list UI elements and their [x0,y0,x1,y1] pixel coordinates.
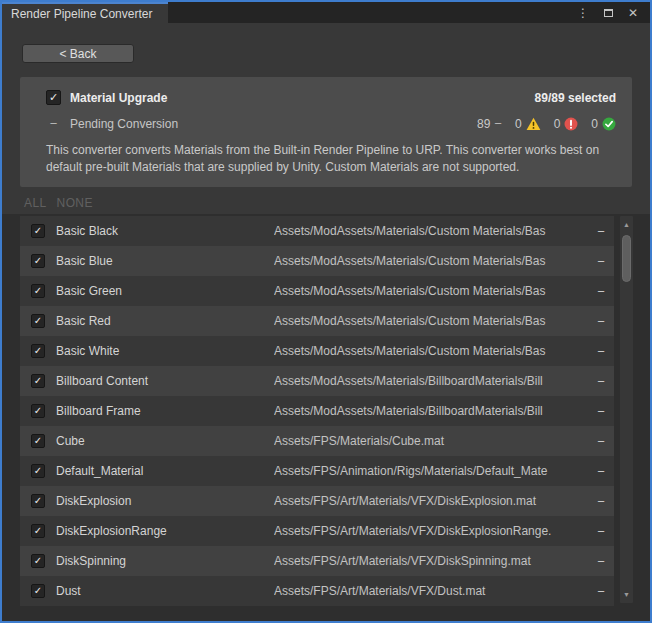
row-name: Default_Material [56,464,274,478]
row-name: Cube [56,434,274,448]
row-checkbox[interactable]: ✓ [31,284,45,298]
table-row[interactable]: ✓ Basic Black Assets/ModAssets/Materials… [20,216,614,246]
table-row[interactable]: ✓ Basic White Assets/ModAssets/Materials… [20,336,614,366]
error-icon [564,117,578,131]
row-status-icon: − [588,554,614,569]
row-checkbox[interactable]: ✓ [31,434,45,448]
row-name: DiskSpinning [56,554,274,568]
row-checkbox[interactable]: ✓ [31,554,45,568]
tab-render-pipeline-converter[interactable]: Render Pipeline Converter [2,2,168,23]
scrollbar-thumb[interactable] [622,235,631,282]
pending-status-icon: − [494,116,502,131]
converter-title: Material Upgrade [70,91,167,105]
row-status-icon: − [588,314,614,329]
table-row[interactable]: ✓ Dust Assets/FPS/Art/Materials/VFX/Dust… [20,576,614,606]
row-status-icon: − [588,224,614,239]
table-row[interactable]: ✓ DiskSpinning Assets/FPS/Art/Materials/… [20,546,614,576]
row-path: Assets/ModAssets/Materials/Custom Materi… [274,254,582,268]
row-name: DiskExplosionRange [56,524,274,538]
render-pipeline-converter-window: Render Pipeline Converter ⋮ ✕ < Back ✓ M… [0,0,652,623]
row-path: Assets/FPS/Art/Materials/VFX/DiskExplosi… [274,494,582,508]
success-count: 0 [591,117,598,131]
select-none-button[interactable]: NONE [57,196,93,210]
converter-checkbox[interactable]: ✓ [46,90,61,105]
row-status-icon: − [588,284,614,299]
pending-label: Pending Conversion [70,117,178,131]
row-path: Assets/ModAssets/Materials/Custom Materi… [274,224,582,238]
success-icon [602,117,616,131]
row-checkbox[interactable]: ✓ [31,494,45,508]
window-title: Render Pipeline Converter [11,7,152,21]
row-name: Dust [56,584,274,598]
row-checkbox[interactable]: ✓ [31,464,45,478]
close-icon[interactable]: ✕ [628,7,638,19]
error-count-group: 0 [554,117,579,131]
select-all-button[interactable]: ALL [24,196,47,210]
row-name: Billboard Frame [56,404,274,418]
row-path: Assets/FPS/Animation/Rigs/Materials/Defa… [274,464,582,478]
selected-count: 89/89 selected [535,91,616,105]
warning-icon [526,117,541,131]
row-status-icon: − [588,584,614,599]
row-name: Basic White [56,344,274,358]
row-path: Assets/ModAssets/Materials/Custom Materi… [274,314,582,328]
scroll-down-icon[interactable]: ▼ [620,588,633,601]
row-checkbox[interactable]: ✓ [31,314,45,328]
row-checkbox[interactable]: ✓ [31,344,45,358]
table-row[interactable]: ✓ Basic Blue Assets/ModAssets/Materials/… [20,246,614,276]
row-status-icon: − [588,254,614,269]
row-name: DiskExplosion [56,494,274,508]
table-row[interactable]: ✓ Default_Material Assets/FPS/Animation/… [20,456,614,486]
list-region: ✓ Basic Black Assets/ModAssets/Materials… [2,214,650,621]
row-name: Basic Green [56,284,274,298]
pending-count: 89 [477,117,490,131]
row-status-icon: − [588,524,614,539]
error-count: 0 [554,117,561,131]
pending-dash-icon: − [46,116,61,131]
conversion-list: ✓ Basic Black Assets/ModAssets/Materials… [20,214,614,606]
row-status-icon: − [588,494,614,509]
converter-card: ✓ Material Upgrade 89/89 selected − Pend… [20,77,632,187]
row-path: Assets/FPS/Art/Materials/VFX/Dust.mat [274,584,582,598]
row-checkbox[interactable]: ✓ [31,404,45,418]
row-status-icon: − [588,404,614,419]
scroll-up-icon[interactable]: ▲ [620,218,633,231]
table-row[interactable]: ✓ Billboard Frame Assets/ModAssets/Mater… [20,396,614,426]
row-checkbox[interactable]: ✓ [31,524,45,538]
pending-count-group: 89 − [477,116,502,131]
table-row[interactable]: ✓ Cube Assets/FPS/Materials/Cube.mat − [20,426,614,456]
row-checkbox[interactable]: ✓ [31,374,45,388]
row-checkbox[interactable]: ✓ [31,584,45,598]
row-name: Basic Black [56,224,274,238]
row-status-icon: − [588,464,614,479]
table-row[interactable]: ✓ Billboard Content Assets/ModAssets/Mat… [20,366,614,396]
table-row[interactable]: ✓ Basic Green Assets/ModAssets/Materials… [20,276,614,306]
row-status-icon: − [588,374,614,389]
row-name: Basic Red [56,314,274,328]
row-path: Assets/FPS/Art/Materials/VFX/DiskExplosi… [274,524,582,538]
row-path: Assets/FPS/Materials/Cube.mat [274,434,582,448]
success-count-group: 0 [591,117,616,131]
scrollbar[interactable]: ▲ ▼ [620,216,633,603]
pending-conversion-row[interactable]: − Pending Conversion 89 − 0 [46,116,616,131]
row-checkbox[interactable]: ✓ [31,254,45,268]
table-row[interactable]: ✓ DiskExplosionRange Assets/FPS/Art/Mate… [20,516,614,546]
row-status-icon: − [588,344,614,359]
row-path: Assets/FPS/Art/Materials/VFX/DiskSpinnin… [274,554,582,568]
row-status-icon: − [588,434,614,449]
row-path: Assets/ModAssets/Materials/BillboardMate… [274,374,582,388]
row-checkbox[interactable]: ✓ [31,224,45,238]
row-name: Basic Blue [56,254,274,268]
warning-count: 0 [515,117,522,131]
row-name: Billboard Content [56,374,274,388]
warning-count-group: 0 [515,117,541,131]
titlebar: Render Pipeline Converter ⋮ ✕ [2,2,650,23]
table-row[interactable]: ✓ DiskExplosion Assets/FPS/Art/Materials… [20,486,614,516]
row-path: Assets/ModAssets/Materials/Custom Materi… [274,284,582,298]
row-path: Assets/ModAssets/Materials/Custom Materi… [274,344,582,358]
window-menu-icon[interactable]: ⋮ [577,7,589,19]
maximize-icon[interactable] [604,9,613,17]
converter-description: This converter converts Materials from t… [46,142,616,175]
back-button[interactable]: < Back [22,44,134,63]
table-row[interactable]: ✓ Basic Red Assets/ModAssets/Materials/C… [20,306,614,336]
